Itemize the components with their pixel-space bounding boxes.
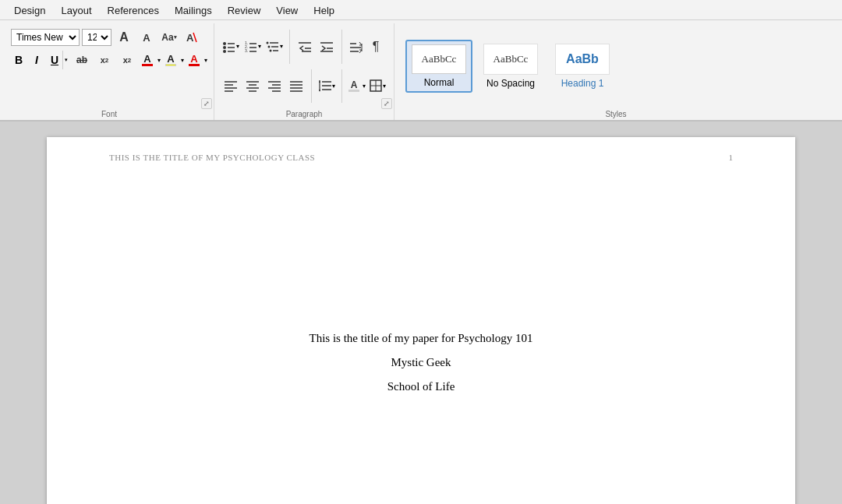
superscript-btn[interactable]: x2	[117, 51, 137, 69]
change-case-btn[interactable]: Aa▾	[159, 28, 179, 47]
svg-text:A: A	[186, 32, 194, 44]
font-shrink-btn[interactable]: A	[136, 28, 157, 47]
decrease-indent-btn[interactable]	[295, 37, 315, 56]
font-name-select[interactable]: Times New Roman	[11, 29, 80, 46]
svg-line-1	[193, 33, 196, 42]
font-group-expand[interactable]: ⤢	[201, 98, 212, 109]
font-group-label: Font	[9, 109, 209, 120]
menu-help[interactable]: Help	[306, 3, 342, 18]
justify-btn[interactable]	[286, 76, 306, 95]
align-right-btn[interactable]	[264, 76, 285, 95]
menu-layout[interactable]: Layout	[53, 3, 99, 18]
para-group-label: Paragraph	[219, 109, 389, 120]
style-normal-label: Normal	[424, 77, 455, 88]
page-body: This is the title of my paper for Psycho…	[109, 176, 733, 393]
page-header: THIS IS THE TITLE OF MY PSYCHOLOGY CLASS…	[109, 153, 733, 162]
para-row1: ▾ 1.2.3. ▾ ▾	[221, 28, 387, 65]
para-row2: ▾ A ▾ ▾	[221, 68, 387, 105]
multilevel-btn[interactable]: ▾	[264, 37, 285, 56]
style-no-spacing-btn[interactable]: AaBbCc No Spacing	[477, 40, 544, 93]
font-color-btn[interactable]: A	[140, 51, 155, 69]
bold-btn[interactable]: B	[11, 51, 27, 69]
numbering-btn[interactable]: 1.2.3. ▾	[242, 37, 263, 56]
style-normal-btn[interactable]: AaBbCc Normal	[405, 40, 472, 93]
menu-mailings[interactable]: Mailings	[167, 3, 220, 18]
bullets-btn[interactable]: ▾	[221, 37, 241, 56]
menu-bar: Design Layout References Mailings Review…	[0, 0, 842, 20]
page: THIS IS THE TITLE OF MY PSYCHOLOGY CLASS…	[47, 137, 795, 504]
highlight-color-btn[interactable]: A	[163, 51, 179, 69]
svg-point-16	[268, 45, 271, 48]
font-row1: Times New Roman 12 A A Aa▾ A	[11, 28, 207, 47]
borders-btn[interactable]: ▾	[367, 76, 387, 95]
font-size-select[interactable]: 12	[82, 29, 111, 46]
font-grow-btn[interactable]: A	[114, 28, 134, 47]
svg-point-6	[223, 50, 226, 53]
paper-school: School of Life	[387, 380, 455, 393]
style-heading1-label: Heading 1	[561, 78, 604, 89]
document-area: THIS IS THE TITLE OF MY PSYCHOLOGY CLASS…	[0, 122, 842, 504]
para-group-expand[interactable]: ⤢	[381, 98, 392, 109]
line-spacing-btn[interactable]: ▾	[317, 76, 337, 95]
clear-format-btn[interactable]: A	[182, 28, 202, 47]
menu-view[interactable]: View	[268, 3, 306, 18]
svg-point-4	[223, 46, 226, 49]
running-head: THIS IS THE TITLE OF MY PSYCHOLOGY CLASS	[109, 153, 315, 162]
svg-text:3.: 3.	[245, 48, 248, 53]
style-heading1-btn[interactable]: AaBb Heading 1	[549, 40, 616, 93]
strikethrough-btn[interactable]: ab	[72, 51, 92, 69]
align-center-btn[interactable]	[242, 76, 263, 95]
ribbon: Times New Roman 12 A A Aa▾ A B	[0, 20, 842, 122]
styles-group: AaBbCc Normal AaBbCc No Spacing AaBb	[394, 23, 837, 120]
paragraph-group: ▾ 1.2.3. ▾ ▾	[214, 23, 394, 120]
increase-indent-btn[interactable]	[317, 37, 337, 56]
font-color2-btn[interactable]: A	[186, 51, 202, 69]
menu-references[interactable]: References	[100, 3, 167, 18]
align-left-btn[interactable]	[221, 76, 241, 95]
menu-design[interactable]: Design	[6, 3, 53, 18]
sort-btn[interactable]	[347, 37, 364, 56]
font-group: Times New Roman 12 A A Aa▾ A B	[5, 23, 214, 120]
subscript-btn[interactable]: x2	[94, 51, 115, 69]
svg-point-18	[270, 49, 272, 51]
style-no-spacing-label: No Spacing	[486, 78, 535, 89]
show-paragraph-btn[interactable]: ¶	[366, 37, 386, 56]
underline-btn[interactable]: U ▾	[47, 51, 69, 69]
paper-author: Mystic Geek	[391, 356, 451, 369]
page-number: 1	[729, 153, 734, 162]
styles-group-label: Styles	[399, 109, 833, 120]
italic-btn[interactable]: I	[29, 51, 44, 69]
svg-point-2	[223, 42, 226, 45]
menu-review[interactable]: Review	[220, 3, 269, 18]
svg-point-14	[267, 41, 269, 44]
paper-title: This is the title of my paper for Psycho…	[309, 332, 532, 345]
shading-btn[interactable]: A	[347, 76, 361, 95]
font-row2: B I U ▾ ab x2 x2	[11, 51, 207, 69]
